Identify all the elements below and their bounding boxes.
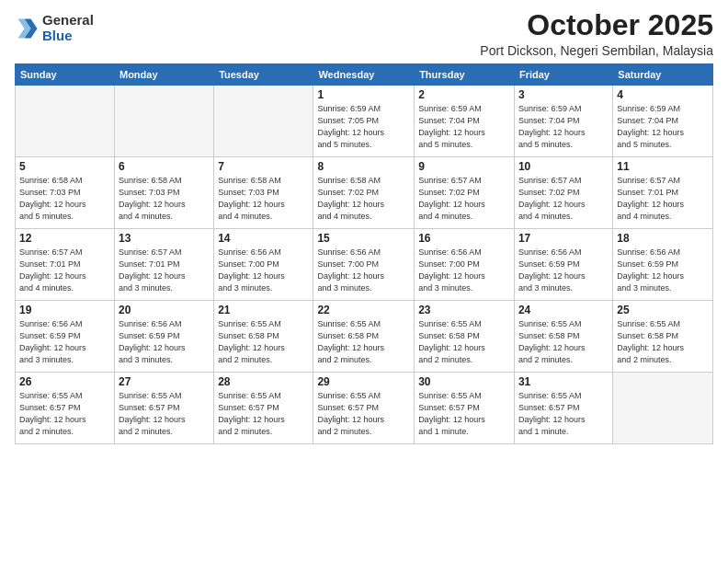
- day-info-0-4: Sunrise: 6:59 AM Sunset: 7:04 PM Dayligh…: [418, 103, 510, 151]
- day-cell-1-6: 11Sunrise: 6:57 AM Sunset: 7:01 PM Dayli…: [613, 157, 713, 229]
- week-row-0: 1Sunrise: 6:59 AM Sunset: 7:05 PM Daylig…: [16, 86, 713, 157]
- day-number-3-1: 20: [119, 304, 210, 316]
- day-cell-2-2: 14Sunrise: 6:56 AM Sunset: 7:00 PM Dayli…: [214, 229, 313, 301]
- day-number-2-6: 18: [617, 232, 709, 245]
- day-number-3-4: 23: [418, 304, 510, 316]
- day-info-4-4: Sunrise: 6:55 AM Sunset: 6:57 PM Dayligh…: [418, 390, 510, 438]
- day-cell-3-4: 23Sunrise: 6:55 AM Sunset: 6:58 PM Dayli…: [415, 301, 515, 373]
- day-number-3-5: 24: [518, 304, 609, 316]
- day-info-2-6: Sunrise: 6:56 AM Sunset: 6:59 PM Dayligh…: [617, 247, 709, 294]
- day-number-2-0: 12: [19, 232, 110, 245]
- day-number-4-5: 31: [518, 375, 609, 388]
- header-wednesday: Wednesday: [313, 64, 415, 86]
- day-cell-3-0: 19Sunrise: 6:56 AM Sunset: 6:59 PM Dayli…: [16, 301, 115, 373]
- day-cell-1-2: 7Sunrise: 6:58 AM Sunset: 7:03 PM Daylig…: [214, 157, 313, 229]
- month-title: October 2025: [480, 9, 713, 41]
- day-number-0-6: 4: [617, 88, 709, 101]
- day-number-0-5: 3: [518, 88, 609, 101]
- day-cell-3-1: 20Sunrise: 6:56 AM Sunset: 6:59 PM Dayli…: [114, 301, 213, 373]
- day-cell-4-6: [613, 373, 713, 444]
- day-cell-3-2: 21Sunrise: 6:55 AM Sunset: 6:58 PM Dayli…: [214, 301, 313, 373]
- week-row-2: 12Sunrise: 6:57 AM Sunset: 7:01 PM Dayli…: [16, 229, 713, 301]
- day-number-3-3: 22: [317, 304, 410, 316]
- day-info-3-3: Sunrise: 6:55 AM Sunset: 6:58 PM Dayligh…: [317, 318, 410, 366]
- day-number-4-4: 30: [418, 375, 510, 388]
- day-number-3-0: 19: [19, 304, 110, 316]
- header-friday: Friday: [514, 64, 612, 86]
- day-info-2-5: Sunrise: 6:56 AM Sunset: 6:59 PM Dayligh…: [518, 247, 609, 294]
- day-cell-4-2: 28Sunrise: 6:55 AM Sunset: 6:57 PM Dayli…: [214, 373, 313, 444]
- day-cell-2-5: 17Sunrise: 6:56 AM Sunset: 6:59 PM Dayli…: [514, 229, 612, 301]
- day-cell-0-4: 2Sunrise: 6:59 AM Sunset: 7:04 PM Daylig…: [415, 86, 515, 157]
- week-row-3: 19Sunrise: 6:56 AM Sunset: 6:59 PM Dayli…: [16, 301, 713, 373]
- header: General Blue October 2025 Port Dickson, …: [15, 9, 713, 58]
- location: Port Dickson, Negeri Sembilan, Malaysia: [480, 43, 713, 58]
- day-info-3-4: Sunrise: 6:55 AM Sunset: 6:58 PM Dayligh…: [418, 318, 510, 366]
- day-cell-0-3: 1Sunrise: 6:59 AM Sunset: 7:05 PM Daylig…: [313, 86, 415, 157]
- header-monday: Monday: [114, 64, 213, 86]
- day-number-1-6: 11: [617, 160, 709, 173]
- day-cell-3-5: 24Sunrise: 6:55 AM Sunset: 6:58 PM Dayli…: [514, 301, 612, 373]
- day-cell-4-1: 27Sunrise: 6:55 AM Sunset: 6:57 PM Dayli…: [114, 373, 213, 444]
- day-number-4-3: 29: [317, 375, 410, 388]
- day-number-2-2: 14: [218, 232, 309, 245]
- day-cell-2-6: 18Sunrise: 6:56 AM Sunset: 6:59 PM Dayli…: [613, 229, 713, 301]
- day-number-4-1: 27: [119, 375, 210, 388]
- day-cell-4-4: 30Sunrise: 6:55 AM Sunset: 6:57 PM Dayli…: [415, 373, 515, 444]
- day-info-1-1: Sunrise: 6:58 AM Sunset: 7:03 PM Dayligh…: [119, 175, 210, 223]
- day-info-0-6: Sunrise: 6:59 AM Sunset: 7:04 PM Dayligh…: [617, 103, 709, 151]
- day-number-3-2: 21: [218, 304, 309, 316]
- day-info-3-1: Sunrise: 6:56 AM Sunset: 6:59 PM Dayligh…: [119, 318, 210, 366]
- day-cell-1-4: 9Sunrise: 6:57 AM Sunset: 7:02 PM Daylig…: [415, 157, 515, 229]
- header-tuesday: Tuesday: [214, 64, 313, 86]
- day-info-1-6: Sunrise: 6:57 AM Sunset: 7:01 PM Dayligh…: [617, 175, 709, 223]
- day-number-4-2: 28: [218, 375, 309, 388]
- day-cell-2-0: 12Sunrise: 6:57 AM Sunset: 7:01 PM Dayli…: [16, 229, 115, 301]
- day-number-1-3: 8: [317, 160, 410, 173]
- day-cell-2-3: 15Sunrise: 6:56 AM Sunset: 7:00 PM Dayli…: [313, 229, 415, 301]
- day-cell-2-4: 16Sunrise: 6:56 AM Sunset: 7:00 PM Dayli…: [415, 229, 515, 301]
- day-number-2-4: 16: [418, 232, 510, 245]
- logo-text: General Blue: [42, 13, 94, 43]
- day-info-3-2: Sunrise: 6:55 AM Sunset: 6:58 PM Dayligh…: [218, 318, 309, 366]
- day-number-0-4: 2: [418, 88, 510, 101]
- day-cell-4-0: 26Sunrise: 6:55 AM Sunset: 6:57 PM Dayli…: [16, 373, 115, 444]
- header-thursday: Thursday: [415, 64, 515, 86]
- day-cell-1-5: 10Sunrise: 6:57 AM Sunset: 7:02 PM Dayli…: [514, 157, 612, 229]
- day-cell-1-1: 6Sunrise: 6:58 AM Sunset: 7:03 PM Daylig…: [114, 157, 213, 229]
- header-saturday: Saturday: [613, 64, 713, 86]
- day-cell-4-5: 31Sunrise: 6:55 AM Sunset: 6:57 PM Dayli…: [514, 373, 612, 444]
- logo-general: General: [42, 13, 94, 29]
- day-cell-0-1: [114, 86, 213, 157]
- day-info-3-6: Sunrise: 6:55 AM Sunset: 6:58 PM Dayligh…: [617, 318, 709, 366]
- logo-icon: [15, 16, 40, 41]
- day-info-1-0: Sunrise: 6:58 AM Sunset: 7:03 PM Dayligh…: [19, 175, 110, 223]
- day-cell-3-6: 25Sunrise: 6:55 AM Sunset: 6:58 PM Dayli…: [613, 301, 713, 373]
- day-cell-0-6: 4Sunrise: 6:59 AM Sunset: 7:04 PM Daylig…: [613, 86, 713, 157]
- day-info-1-5: Sunrise: 6:57 AM Sunset: 7:02 PM Dayligh…: [518, 175, 609, 223]
- day-number-2-1: 13: [119, 232, 210, 245]
- day-number-2-3: 15: [317, 232, 410, 245]
- day-info-1-3: Sunrise: 6:58 AM Sunset: 7:02 PM Dayligh…: [317, 175, 410, 223]
- day-info-4-3: Sunrise: 6:55 AM Sunset: 6:57 PM Dayligh…: [317, 390, 410, 438]
- day-cell-1-0: 5Sunrise: 6:58 AM Sunset: 7:03 PM Daylig…: [16, 157, 115, 229]
- day-info-0-5: Sunrise: 6:59 AM Sunset: 7:04 PM Dayligh…: [518, 103, 609, 151]
- day-number-1-4: 9: [418, 160, 510, 173]
- week-row-4: 26Sunrise: 6:55 AM Sunset: 6:57 PM Dayli…: [16, 373, 713, 444]
- day-number-1-1: 6: [119, 160, 210, 173]
- calendar-table: Sunday Monday Tuesday Wednesday Thursday…: [15, 63, 713, 444]
- day-number-0-3: 1: [317, 88, 410, 101]
- day-cell-4-3: 29Sunrise: 6:55 AM Sunset: 6:57 PM Dayli…: [313, 373, 415, 444]
- day-info-1-4: Sunrise: 6:57 AM Sunset: 7:02 PM Dayligh…: [418, 175, 510, 223]
- day-cell-0-5: 3Sunrise: 6:59 AM Sunset: 7:04 PM Daylig…: [514, 86, 612, 157]
- day-info-3-0: Sunrise: 6:56 AM Sunset: 6:59 PM Dayligh…: [19, 318, 110, 366]
- day-number-3-6: 25: [617, 304, 709, 316]
- day-info-4-1: Sunrise: 6:55 AM Sunset: 6:57 PM Dayligh…: [119, 390, 210, 438]
- day-info-2-2: Sunrise: 6:56 AM Sunset: 7:00 PM Dayligh…: [218, 247, 309, 294]
- day-number-1-2: 7: [218, 160, 309, 173]
- day-info-3-5: Sunrise: 6:55 AM Sunset: 6:58 PM Dayligh…: [518, 318, 609, 366]
- day-number-1-0: 5: [19, 160, 110, 173]
- header-sunday: Sunday: [16, 64, 115, 86]
- day-number-4-0: 26: [19, 375, 110, 388]
- day-cell-1-3: 8Sunrise: 6:58 AM Sunset: 7:02 PM Daylig…: [313, 157, 415, 229]
